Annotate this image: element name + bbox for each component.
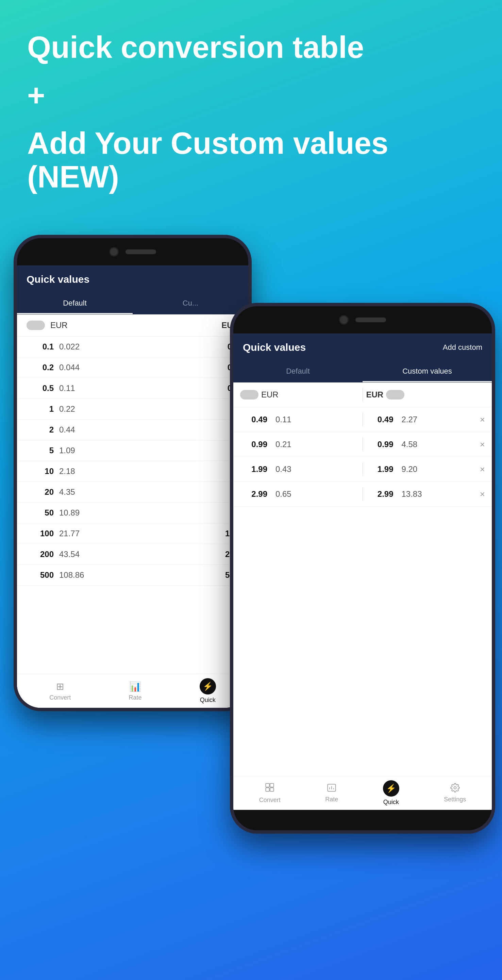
col-divider	[362, 388, 363, 401]
nav-convert-1[interactable]: ⊞ Convert	[49, 681, 71, 701]
add-custom-button[interactable]: Add custom	[443, 343, 482, 352]
phone-1-title: Quick values	[27, 274, 89, 285]
quick-icon-2: ⚡	[383, 780, 399, 797]
nav-quick-1[interactable]: ⚡ Quick	[200, 678, 216, 704]
table-row: 0.2 0.044 0.2	[17, 357, 248, 378]
col-divider	[362, 413, 363, 426]
phone-2-content: EUR EUR 0.49 0.11 0.49	[233, 382, 492, 810]
toggle-eur-left-1[interactable]	[27, 321, 45, 330]
phone-1-currency-row: EUR EUR	[17, 314, 248, 337]
hero-plus: +	[27, 78, 475, 113]
camera-2	[339, 315, 349, 325]
currency-from-2: EUR	[261, 390, 278, 399]
nav-convert-2[interactable]: Convert	[259, 783, 281, 804]
left-data-col: 0.49 0.11	[240, 415, 359, 424]
svg-rect-3	[270, 788, 274, 791]
nav-rate-2[interactable]: Rate	[325, 783, 338, 803]
phone-1-notch	[17, 238, 248, 266]
phone-2: Quick values Add custom Default Custom v…	[230, 303, 495, 834]
left-data-col: 2.99 0.65	[240, 489, 359, 499]
tab-custom-values-2[interactable]: Custom values	[362, 361, 492, 382]
speaker-1	[126, 250, 156, 254]
table-row: 1 0.22 1	[17, 399, 248, 420]
table-row: 0.49 0.11 0.49 2.27 ×	[233, 407, 492, 432]
convert-label-2: Convert	[259, 797, 281, 804]
nav-quick-2[interactable]: ⚡ Quick	[383, 780, 399, 806]
phone-2-app-header: Quick values Add custom	[233, 334, 492, 361]
hero-subtitle: Add Your Custom values (NEW)	[27, 127, 475, 194]
rate-label-1: Rate	[129, 694, 142, 701]
right-data-col: 2.99 13.83 ×	[366, 489, 485, 500]
right-currency-col: EUR	[366, 390, 485, 399]
nav-rate-1[interactable]: 📊 Rate	[129, 681, 142, 701]
convert-icon-2	[265, 783, 275, 795]
left-data-col: 0.99 0.21	[240, 440, 359, 449]
tab-default-1[interactable]: Default	[17, 293, 133, 314]
table-row: 500 108.86 500	[17, 565, 248, 585]
col-divider	[362, 463, 363, 476]
phone-2-bottom-bar	[233, 810, 492, 830]
table-row: 1.99 0.43 1.99 9.20 ×	[233, 457, 492, 482]
phone-2-currency-row: EUR EUR	[233, 382, 492, 407]
table-row: 50 10.89 50	[17, 503, 248, 523]
rate-icon-1: 📊	[129, 681, 141, 692]
table-row: 2.99 0.65 2.99 13.83 ×	[233, 482, 492, 507]
close-row-button[interactable]: ×	[480, 464, 485, 475]
table-row: 0.1 0.022 0.1	[17, 337, 248, 357]
svg-rect-2	[266, 788, 270, 791]
phone-1-content: EUR EUR 0.1 0.022 0.1 0.2 0.044 0.2	[17, 314, 248, 708]
phone-2-tabs: Default Custom values	[233, 361, 492, 382]
quick-label-2: Quick	[383, 799, 399, 806]
table-row: 0.99 0.21 0.99 4.58 ×	[233, 432, 492, 457]
hero-section: Quick conversion table + Add Your Custom…	[0, 0, 502, 215]
phone-1-table: 0.1 0.022 0.1 0.2 0.044 0.2 0.5 0.11 0.5	[17, 337, 248, 674]
right-data-col: 0.49 2.27 ×	[366, 414, 485, 425]
col-divider	[362, 438, 363, 451]
settings-icon-2	[450, 783, 460, 794]
content-spacer	[233, 507, 492, 776]
currency-from-1: EUR	[50, 321, 68, 330]
table-row: 0.5 0.11 0.5	[17, 378, 248, 399]
quick-icon-1: ⚡	[200, 678, 216, 695]
currency-to-2: EUR	[366, 390, 384, 399]
phone-1-tabs: Default Cu...	[17, 293, 248, 314]
nav-settings-2[interactable]: Settings	[444, 783, 466, 803]
close-row-button[interactable]: ×	[480, 414, 485, 425]
left-currency-col: EUR	[240, 390, 359, 399]
rate-icon-2	[327, 783, 336, 794]
svg-point-8	[454, 787, 456, 789]
right-data-col: 0.99 4.58 ×	[366, 439, 485, 450]
speaker-2	[356, 318, 386, 322]
col-divider	[362, 487, 363, 501]
table-row: 100 21.77 100	[17, 523, 248, 544]
camera-1	[109, 247, 119, 256]
phones-container: Quick values Default Cu... EUR EUR 0.1	[0, 235, 502, 980]
right-data-col: 1.99 9.20 ×	[366, 464, 485, 475]
tab-custom-1[interactable]: Cu...	[133, 293, 248, 314]
convert-icon-1: ⊞	[56, 681, 64, 692]
phone-1-bottom-nav: ⊞ Convert 📊 Rate ⚡ Quick	[17, 674, 248, 708]
hero-title: Quick conversion table	[27, 30, 475, 64]
convert-label-1: Convert	[49, 694, 71, 701]
close-row-button[interactable]: ×	[480, 439, 485, 450]
table-row: 20 4.35 20	[17, 482, 248, 503]
table-row: 2 0.44 2	[17, 420, 248, 440]
quick-label-1: Quick	[200, 697, 216, 704]
phone-2-bottom-nav: Convert Rate ⚡	[233, 776, 492, 810]
table-row: 200 43.54 200	[17, 544, 248, 565]
table-row: 10 2.18 10	[17, 461, 248, 482]
phone-2-notch	[233, 306, 492, 334]
close-row-button[interactable]: ×	[480, 489, 485, 500]
rate-label-2: Rate	[325, 796, 338, 803]
tab-default-2[interactable]: Default	[233, 361, 362, 382]
table-row: 5 1.09 5	[17, 440, 248, 461]
toggle-eur-left-2[interactable]	[240, 390, 259, 399]
svg-rect-0	[266, 783, 270, 787]
phone-2-title: Quick values	[243, 342, 306, 353]
phone-1-app-header: Quick values	[17, 266, 248, 293]
left-data-col: 1.99 0.43	[240, 465, 359, 474]
settings-label-2: Settings	[444, 796, 466, 803]
svg-rect-1	[270, 783, 274, 787]
phone-1: Quick values Default Cu... EUR EUR 0.1	[14, 235, 252, 711]
toggle-eur-right-2[interactable]	[386, 390, 404, 399]
